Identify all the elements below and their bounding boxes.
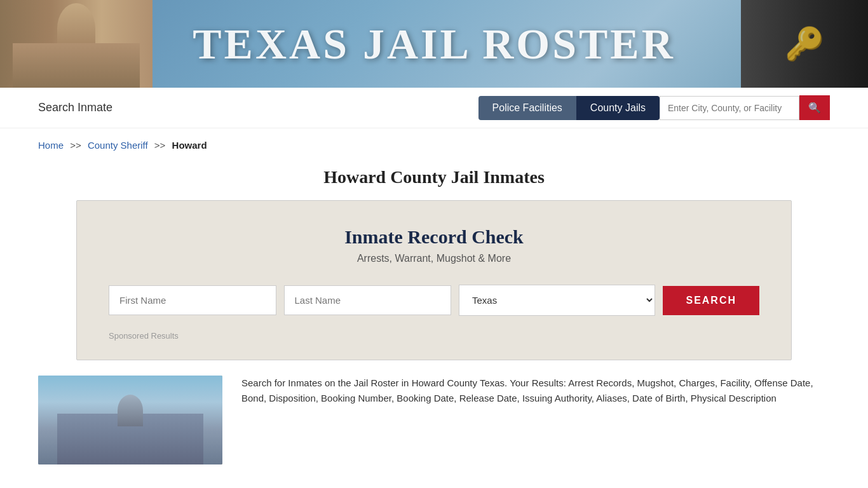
nav-right: Police Facilities County Jails 🔍	[478, 95, 830, 120]
header-banner: Texas Jail Roster	[0, 0, 868, 88]
county-jails-button[interactable]: County Jails	[576, 96, 660, 120]
bottom-building-image	[38, 376, 222, 464]
state-select[interactable]: AlabamaAlaskaArizonaArkansasCaliforniaCo…	[459, 285, 655, 316]
breadcrumb-sep-1: >>	[70, 140, 81, 151]
bottom-section: Search for Inmates on the Jail Roster in…	[0, 360, 868, 480]
banner-title: Texas Jail Roster	[193, 19, 675, 69]
police-facilities-button[interactable]: Police Facilities	[478, 96, 576, 120]
breadcrumb-county-sheriff[interactable]: County Sheriff	[88, 140, 148, 151]
nav-bar: Search Inmate Police Facilities County J…	[0, 88, 868, 128]
facility-search-button[interactable]: 🔍	[799, 95, 830, 120]
sponsored-results-label: Sponsored Results	[109, 331, 759, 341]
record-form: AlabamaAlaskaArizonaArkansasCaliforniaCo…	[109, 285, 759, 316]
record-search-button[interactable]: SEARCH	[663, 286, 759, 315]
banner-capitol-image	[0, 0, 153, 88]
bottom-description-text: Search for Inmates on the Jail Roster in…	[241, 376, 830, 406]
record-check-subtitle: Arrests, Warrant, Mugshot & More	[109, 253, 759, 264]
page-title: Howard County Jail Inmates	[0, 157, 868, 200]
banner-keys-image	[741, 0, 868, 88]
breadcrumb: Home >> County Sheriff >> Howard	[0, 128, 868, 157]
facility-search-input[interactable]	[660, 96, 799, 120]
breadcrumb-sep-2: >>	[154, 140, 166, 151]
breadcrumb-current: Howard	[172, 140, 207, 151]
breadcrumb-home[interactable]: Home	[38, 140, 64, 151]
search-icon: 🔍	[808, 102, 821, 113]
record-check-box: Inmate Record Check Arrests, Warrant, Mu…	[76, 200, 792, 360]
last-name-input[interactable]	[284, 285, 452, 315]
building-illustration	[38, 376, 222, 464]
search-inmate-label: Search Inmate	[38, 101, 112, 114]
record-check-title: Inmate Record Check	[109, 226, 759, 248]
first-name-input[interactable]	[109, 285, 276, 315]
